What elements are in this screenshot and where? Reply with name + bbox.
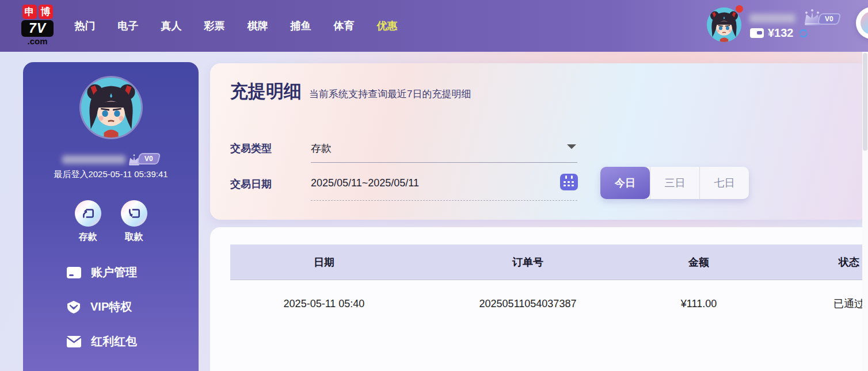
nav-item-lottery[interactable]: 彩票 xyxy=(193,19,236,33)
logo-char-2: 博 xyxy=(39,5,53,19)
records-table: 日期 订单号 金额 状态 2025-05-11 05:40 2025051105… xyxy=(230,244,868,327)
username-redacted xyxy=(749,14,795,23)
red-packet-envelope-icon xyxy=(66,335,82,348)
cell-amount: ¥111.00 xyxy=(638,280,760,327)
header-status: 状态 xyxy=(760,244,868,280)
deposit-icon xyxy=(75,200,101,227)
transaction-type-label: 交易类型 xyxy=(230,141,272,155)
vip-level-badge[interactable]: V0 xyxy=(801,8,840,26)
sidebar-item-vip[interactable]: VIP特权 xyxy=(66,299,137,315)
quick-actions: 存款 取款 xyxy=(23,200,199,243)
sidebar-item-label: 红利红包 xyxy=(91,334,137,349)
calendar-icon[interactable] xyxy=(560,174,578,190)
site-logo[interactable]: 申 博 7V .com xyxy=(21,5,54,46)
vip-level-label: V0 xyxy=(817,13,842,25)
logo-main: 7V xyxy=(21,20,54,37)
deposit-label: 存款 xyxy=(79,231,97,243)
deposit-button[interactable]: 存款 xyxy=(75,200,101,243)
records-panel: 日期 订单号 金额 状态 2025-05-11 05:40 2025051105… xyxy=(210,227,868,371)
chevron-down-icon[interactable] xyxy=(567,144,576,149)
cell-order-no: 20250511054037387 xyxy=(418,280,638,327)
page-subtitle: 当前系统支持查询最近7日的充提明细 xyxy=(309,87,471,101)
withdraw-label: 取款 xyxy=(125,231,143,243)
navbar-avatar[interactable] xyxy=(707,7,741,42)
top-navbar: 申 博 7V .com 热门 电子 真人 彩票 棋牌 捕鱼 体育 优惠 xyxy=(0,0,868,52)
page-scrollbar[interactable] xyxy=(862,52,868,371)
sidebar-item-label: VIP特权 xyxy=(90,299,132,315)
sidebar-avatar[interactable] xyxy=(81,78,141,137)
nav-item-cards[interactable]: 棋牌 xyxy=(236,19,279,33)
avatar xyxy=(707,7,741,42)
logo-char-1: 申 xyxy=(22,5,37,19)
avatar-illustration xyxy=(707,7,741,42)
withdraw-icon xyxy=(121,200,147,227)
refresh-balance-icon[interactable] xyxy=(798,28,809,39)
sidebar-item-bonus[interactable]: 红利红包 xyxy=(66,334,137,349)
main-nav: 热门 电子 真人 彩票 棋牌 捕鱼 体育 优惠 xyxy=(63,0,409,52)
nav-item-slots[interactable]: 电子 xyxy=(106,19,150,33)
nav-item-hot[interactable]: 热门 xyxy=(63,19,106,33)
username-redacted xyxy=(62,155,125,164)
page-title-row: 充提明细 当前系统支持查询最近7日的充提明细 xyxy=(230,79,471,104)
date-input-underline xyxy=(311,200,577,201)
page-title: 充提明细 xyxy=(230,79,302,104)
transaction-date-label: 交易日期 xyxy=(230,177,272,191)
table-row: 2025-05-11 05:40 20250511054037387 ¥111.… xyxy=(230,280,868,327)
table-header-row: 日期 订单号 金额 状态 xyxy=(230,244,868,280)
bank-card-icon xyxy=(66,266,82,279)
range-button-3days[interactable]: 三日 xyxy=(650,167,699,199)
header-date: 日期 xyxy=(230,244,418,280)
cell-status: 已通过 xyxy=(760,280,868,327)
cell-date: 2025-05-11 05:40 xyxy=(230,280,418,327)
user-sidebar: V0 最后登入2025-05-11 05:39:41 存款 取款 xyxy=(23,62,199,371)
scrollbar-thumb[interactable] xyxy=(863,53,867,151)
balance-amount: ¥132 xyxy=(768,26,794,40)
range-button-today[interactable]: 今日 xyxy=(600,167,650,199)
logo-characters: 申 博 xyxy=(22,5,53,19)
vip-level-label: V0 xyxy=(137,153,161,165)
wallet-icon xyxy=(750,28,764,38)
range-button-7days[interactable]: 七日 xyxy=(699,167,749,199)
logo-suffix: .com xyxy=(27,37,47,46)
nav-item-fishing[interactable]: 捕鱼 xyxy=(279,19,322,33)
nav-item-promotions[interactable]: 优惠 xyxy=(366,19,409,33)
withdraw-button[interactable]: 取款 xyxy=(121,200,147,243)
nav-item-live[interactable]: 真人 xyxy=(150,19,193,33)
last-login-text: 最后登入2025-05-11 05:39:41 xyxy=(23,169,199,180)
sidebar-user-row: V0 xyxy=(23,153,199,166)
date-range-quick-buttons: 今日 三日 七日 xyxy=(600,167,749,199)
filter-panel: 充提明细 当前系统支持查询最近7日的充提明细 交易类型 存款 交易日期 2025… xyxy=(210,63,868,220)
header-amount: 金额 xyxy=(638,244,760,280)
sidebar-item-account[interactable]: 账户管理 xyxy=(66,265,137,280)
balance-area: ¥132 xyxy=(750,26,809,40)
nav-item-sports[interactable]: 体育 xyxy=(322,19,366,33)
transaction-type-select[interactable]: 存款 xyxy=(311,141,332,155)
header-order-no: 订单号 xyxy=(418,244,638,280)
type-select-underline xyxy=(311,162,577,163)
sidebar-item-label: 账户管理 xyxy=(91,265,137,280)
vip-shield-icon xyxy=(66,300,81,314)
avatar-illustration xyxy=(81,78,141,137)
notification-dot xyxy=(736,5,743,13)
date-range-input[interactable]: 2025/05/11~2025/05/11 xyxy=(311,177,419,189)
sidebar-menu: 账户管理 VIP特权 红利红包 xyxy=(66,265,137,349)
